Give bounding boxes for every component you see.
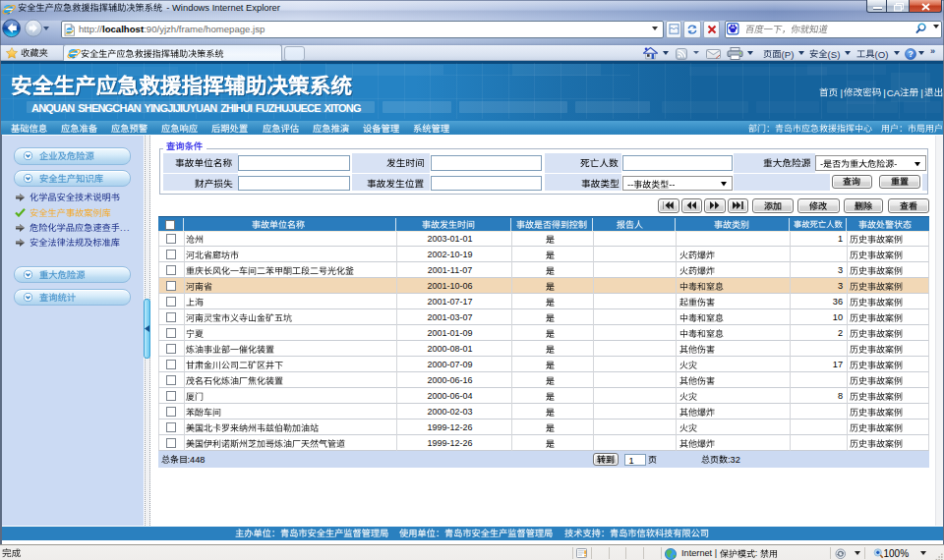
svg-text:?: ?: [908, 48, 913, 58]
